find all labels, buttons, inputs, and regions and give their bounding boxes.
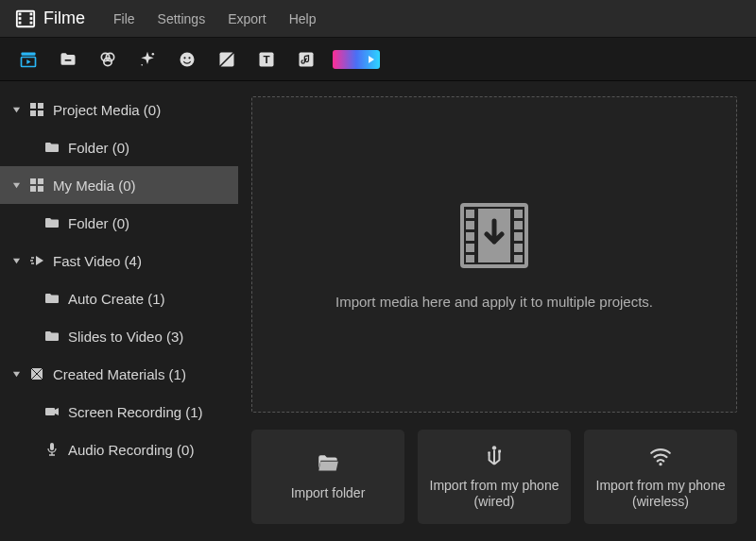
sidebar-item-auto-create[interactable]: Auto Create (1) <box>0 279 238 317</box>
tool-stickers[interactable] <box>174 46 200 73</box>
import-folder-button[interactable]: Import folder <box>251 430 404 524</box>
sidebar-item-project-folder[interactable]: Folder (0) <box>0 128 238 166</box>
usb-icon <box>482 444 507 468</box>
svg-marker-35 <box>12 371 19 376</box>
svg-rect-42 <box>466 221 474 229</box>
import-phone-wired-button[interactable]: Import from my phone (wired) <box>418 430 571 524</box>
svg-marker-38 <box>55 408 59 415</box>
svg-rect-26 <box>30 110 36 116</box>
menu-export[interactable]: Export <box>228 11 266 26</box>
svg-rect-37 <box>45 408 55 415</box>
sidebar-item-screen-recording[interactable]: Screen Recording (1) <box>0 393 238 431</box>
sidebar-item-label: My Media (0) <box>53 178 136 194</box>
dropzone-text: Import media here and apply it to multip… <box>335 294 653 310</box>
tool-effects[interactable] <box>134 46 161 73</box>
folder-icon <box>43 291 60 306</box>
svg-text:T: T <box>263 53 269 65</box>
sidebar-item-project-media[interactable]: Project Media (0) <box>0 91 238 128</box>
open-folder-icon <box>316 451 340 476</box>
svg-rect-39 <box>50 443 54 450</box>
caret-down-icon <box>11 370 21 379</box>
menu-settings[interactable]: Settings <box>158 11 206 26</box>
svg-point-17 <box>183 57 185 59</box>
folder-icon <box>43 215 60 230</box>
tool-templates[interactable] <box>333 50 380 69</box>
sidebar-item-slides-to-video[interactable]: Slides to Video (3) <box>0 317 238 355</box>
svg-rect-3 <box>19 21 22 24</box>
tool-transitions[interactable] <box>214 46 240 73</box>
svg-rect-31 <box>30 186 36 192</box>
svg-rect-25 <box>38 103 43 109</box>
filmstrip-download-icon <box>456 200 532 271</box>
sidebar-item-label: Folder (0) <box>68 140 129 156</box>
svg-point-53 <box>488 451 490 454</box>
caret-down-icon <box>11 181 21 190</box>
svg-point-15 <box>141 64 143 66</box>
import-dropzone[interactable]: Import media here and apply it to multip… <box>251 96 737 413</box>
caret-down-icon <box>11 257 21 265</box>
media-icon <box>19 50 38 69</box>
sidebar-item-audio-recording[interactable]: Audio Recording (0) <box>0 431 238 468</box>
svg-rect-49 <box>514 244 523 252</box>
sidebar-item-my-media[interactable]: My Media (0) <box>0 166 238 204</box>
menu-help[interactable]: Help <box>289 11 317 26</box>
svg-rect-47 <box>514 221 523 229</box>
svg-rect-30 <box>38 178 43 184</box>
sidebar-item-label: Screen Recording (1) <box>68 404 203 420</box>
menubar: File Settings Export Help <box>113 11 316 26</box>
sidebar-item-my-folder[interactable]: Folder (0) <box>0 204 238 242</box>
svg-marker-33 <box>12 258 19 262</box>
wifi-icon <box>648 444 673 468</box>
sidebar-item-label: Created Materials (1) <box>53 366 186 382</box>
svg-rect-41 <box>466 210 474 218</box>
filters-icon <box>98 50 117 69</box>
svg-rect-50 <box>514 255 523 262</box>
svg-point-16 <box>180 52 195 66</box>
titlebar: Filme File Settings Export Help <box>0 0 756 38</box>
svg-rect-32 <box>38 186 43 192</box>
svg-marker-23 <box>12 107 19 111</box>
sidebar-item-fast-video[interactable]: Fast Video (4) <box>0 242 238 279</box>
sidebar-item-created-materials[interactable]: Created Materials (1) <box>0 355 238 393</box>
svg-point-14 <box>152 52 155 55</box>
svg-marker-9 <box>26 59 30 64</box>
import-phone-wireless-button[interactable]: Import from my phone (wireless) <box>584 430 737 524</box>
svg-rect-48 <box>514 232 523 241</box>
svg-rect-29 <box>30 178 36 184</box>
import-card-label: Import from my phone (wireless) <box>592 478 730 511</box>
svg-point-13 <box>104 58 112 65</box>
tool-filters[interactable] <box>94 46 121 73</box>
svg-rect-4 <box>30 12 33 15</box>
svg-marker-34 <box>36 256 43 265</box>
svg-point-52 <box>492 446 496 449</box>
sidebar-item-label: Slides to Video (3) <box>68 329 183 345</box>
tool-media[interactable] <box>15 46 42 73</box>
tool-text[interactable]: T <box>253 46 280 73</box>
tool-folder[interactable] <box>55 46 81 73</box>
svg-rect-46 <box>514 210 523 218</box>
camera-icon <box>43 404 60 419</box>
sidebar-item-label: Folder (0) <box>68 215 129 231</box>
filme-logo-icon <box>15 8 36 29</box>
grid-icon <box>28 102 45 117</box>
text-icon: T <box>257 50 276 69</box>
svg-rect-27 <box>38 110 43 116</box>
tool-audio[interactable] <box>293 46 319 73</box>
app-logo: Filme <box>15 8 85 29</box>
grid-icon <box>28 178 45 193</box>
sidebar-item-label: Project Media (0) <box>53 102 161 118</box>
folder-icon <box>43 140 60 155</box>
svg-rect-5 <box>30 17 33 20</box>
toolbar: T <box>0 38 756 81</box>
folder-minus-icon <box>59 50 77 69</box>
sidebar-item-label: Audio Recording (0) <box>68 442 194 458</box>
import-options: Import folder Import from my phone (wire… <box>251 430 737 524</box>
menu-file[interactable]: File <box>113 11 135 26</box>
svg-rect-1 <box>19 12 22 15</box>
svg-rect-44 <box>466 244 474 252</box>
svg-rect-24 <box>30 103 36 109</box>
main: Project Media (0) Folder (0) My Media (0… <box>0 81 756 541</box>
svg-rect-7 <box>22 52 36 55</box>
materials-icon <box>28 366 45 381</box>
microphone-icon <box>43 442 60 457</box>
